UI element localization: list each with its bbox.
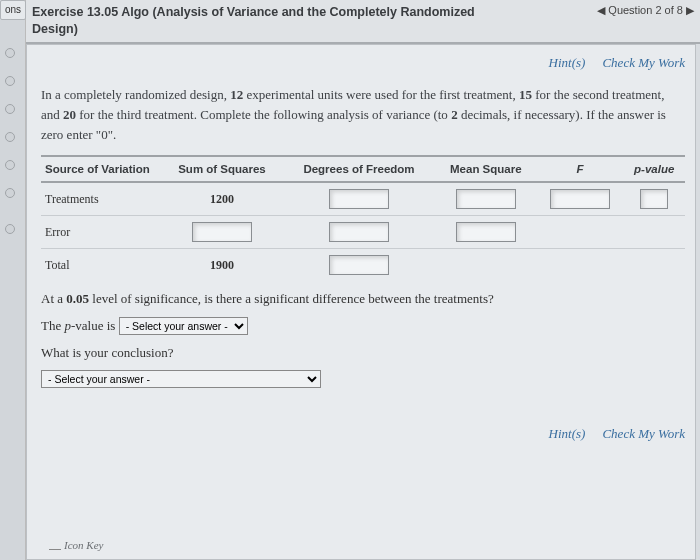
sidebar-nub[interactable] bbox=[5, 132, 15, 142]
col-f: F bbox=[537, 156, 624, 182]
input-total-df[interactable] bbox=[329, 255, 389, 275]
left-sidebar: ons bbox=[0, 0, 26, 560]
col-ms: Mean Square bbox=[435, 156, 537, 182]
pvalue-select[interactable]: - Select your answer - bbox=[119, 317, 248, 335]
question-position: Question 2 of 8 bbox=[608, 4, 683, 16]
input-error-df[interactable] bbox=[329, 222, 389, 242]
col-pvalue: p-value bbox=[623, 156, 685, 182]
input-treat-ms[interactable] bbox=[456, 189, 516, 209]
cell-label: Error bbox=[41, 216, 161, 249]
exercise-title: Exercise 13.05 Algo (Analysis of Varianc… bbox=[32, 4, 475, 38]
question-prompt: In a completely randomized design, 12 ex… bbox=[41, 85, 685, 145]
question-header: Exercise 13.05 Algo (Analysis of Varianc… bbox=[26, 0, 700, 44]
cell-label: Total bbox=[41, 249, 161, 282]
significance-question: At a 0.05 level of significance, is ther… bbox=[41, 287, 685, 312]
row-error: Error bbox=[41, 216, 685, 249]
anova-table: Source of Variation Sum of Squares Degre… bbox=[41, 155, 685, 281]
sidebar-nub[interactable] bbox=[5, 224, 15, 234]
check-my-work-link[interactable]: Check My Work bbox=[602, 426, 685, 441]
input-error-ss[interactable] bbox=[192, 222, 252, 242]
question-panel: Hint(s) Check My Work In a completely ra… bbox=[26, 44, 696, 560]
hints-link[interactable]: Hint(s) bbox=[549, 426, 586, 441]
question-nav: ◀ Question 2 of 8 ▶ bbox=[597, 4, 694, 17]
next-question-button[interactable]: ▶ bbox=[686, 4, 694, 17]
bottom-actions: Hint(s) Check My Work bbox=[41, 426, 685, 442]
sidebar-nub[interactable] bbox=[5, 104, 15, 114]
cell-treat-ss: 1200 bbox=[161, 182, 283, 216]
cell-label: Treatments bbox=[41, 182, 161, 216]
conclusion-select[interactable]: - Select your answer - bbox=[41, 370, 321, 388]
cell-total-ss: 1900 bbox=[161, 249, 283, 282]
row-treatments: Treatments 1200 bbox=[41, 182, 685, 216]
sidebar-nub[interactable] bbox=[5, 76, 15, 86]
conclusion-question: What is your conclusion? bbox=[41, 341, 685, 366]
row-total: Total 1900 bbox=[41, 249, 685, 282]
input-error-ms[interactable] bbox=[456, 222, 516, 242]
sidebar-nub[interactable] bbox=[5, 188, 15, 198]
key-icon bbox=[49, 542, 61, 550]
input-treat-df[interactable] bbox=[329, 189, 389, 209]
prev-question-button[interactable]: ◀ bbox=[597, 4, 605, 17]
input-treat-f[interactable] bbox=[550, 189, 610, 209]
col-ss: Sum of Squares bbox=[161, 156, 283, 182]
col-df: Degrees of Freedom bbox=[283, 156, 435, 182]
sidebar-tab-ons[interactable]: ons bbox=[0, 0, 26, 20]
sidebar-nub[interactable] bbox=[5, 160, 15, 170]
input-treat-pvalue[interactable] bbox=[640, 189, 668, 209]
col-source: Source of Variation bbox=[41, 156, 161, 182]
sidebar-nub[interactable] bbox=[5, 48, 15, 58]
icon-key[interactable]: Icon Key bbox=[49, 539, 103, 551]
followup-questions: At a 0.05 level of significance, is ther… bbox=[41, 287, 685, 392]
check-my-work-link[interactable]: Check My Work bbox=[602, 55, 685, 70]
top-actions: Hint(s) Check My Work bbox=[41, 55, 685, 71]
hints-link[interactable]: Hint(s) bbox=[549, 55, 586, 70]
